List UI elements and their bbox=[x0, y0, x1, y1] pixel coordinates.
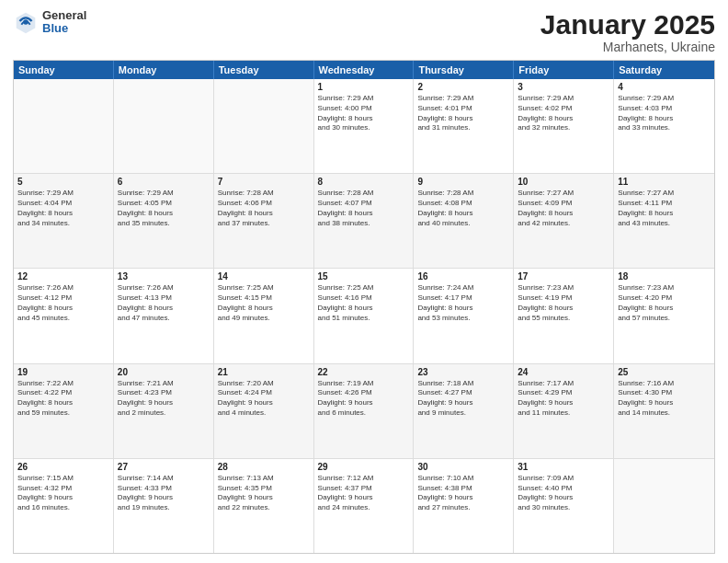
day-cell-22: 22Sunrise: 7:19 AM Sunset: 4:26 PM Dayli… bbox=[314, 364, 415, 458]
svg-point-1 bbox=[23, 19, 28, 25]
empty-cell bbox=[114, 79, 214, 173]
day-cell-30: 30Sunrise: 7:10 AM Sunset: 4:38 PM Dayli… bbox=[414, 459, 514, 553]
day-content: Sunrise: 7:10 AM Sunset: 4:38 PM Dayligh… bbox=[417, 474, 509, 513]
day-number: 22 bbox=[318, 367, 410, 377]
empty-cell bbox=[614, 459, 714, 553]
day-cell-13: 13Sunrise: 7:26 AM Sunset: 4:13 PM Dayli… bbox=[114, 269, 214, 362]
day-content: Sunrise: 7:20 AM Sunset: 4:24 PM Dayligh… bbox=[218, 379, 310, 419]
day-content: Sunrise: 7:29 AM Sunset: 4:05 PM Dayligh… bbox=[118, 189, 210, 228]
day-cell-12: 12Sunrise: 7:26 AM Sunset: 4:12 PM Dayli… bbox=[14, 269, 114, 362]
empty-cell bbox=[214, 79, 314, 173]
day-cell-21: 21Sunrise: 7:20 AM Sunset: 4:24 PM Dayli… bbox=[214, 364, 314, 458]
day-cell-2: 2Sunrise: 7:29 AM Sunset: 4:01 PM Daylig… bbox=[414, 79, 514, 173]
week-row-4: 19Sunrise: 7:22 AM Sunset: 4:22 PM Dayli… bbox=[14, 363, 714, 458]
day-number: 23 bbox=[417, 367, 509, 377]
empty-cell bbox=[14, 79, 114, 173]
day-cell-17: 17Sunrise: 7:23 AM Sunset: 4:19 PM Dayli… bbox=[514, 269, 614, 362]
day-number: 25 bbox=[618, 367, 711, 377]
day-number: 9 bbox=[417, 177, 509, 187]
day-content: Sunrise: 7:25 AM Sunset: 4:15 PM Dayligh… bbox=[218, 283, 310, 323]
day-cell-10: 10Sunrise: 7:27 AM Sunset: 4:09 PM Dayli… bbox=[514, 174, 614, 268]
location: Marhanets, Ukraine bbox=[540, 40, 715, 54]
day-cell-3: 3Sunrise: 7:29 AM Sunset: 4:02 PM Daylig… bbox=[514, 79, 614, 173]
day-content: Sunrise: 7:27 AM Sunset: 4:11 PM Dayligh… bbox=[618, 189, 711, 228]
day-content: Sunrise: 7:24 AM Sunset: 4:17 PM Dayligh… bbox=[417, 283, 509, 323]
day-number: 20 bbox=[118, 367, 210, 377]
day-cell-20: 20Sunrise: 7:21 AM Sunset: 4:23 PM Dayli… bbox=[114, 364, 214, 458]
day-number: 18 bbox=[618, 271, 711, 282]
day-content: Sunrise: 7:17 AM Sunset: 4:29 PM Dayligh… bbox=[518, 379, 609, 419]
day-number: 30 bbox=[417, 462, 509, 472]
day-header-sunday: Sunday bbox=[14, 61, 114, 79]
logo: General Blue bbox=[13, 9, 86, 36]
day-cell-6: 6Sunrise: 7:29 AM Sunset: 4:05 PM Daylig… bbox=[114, 174, 214, 268]
day-cell-29: 29Sunrise: 7:12 AM Sunset: 4:37 PM Dayli… bbox=[314, 459, 415, 553]
day-number: 1 bbox=[318, 82, 410, 92]
day-number: 15 bbox=[318, 271, 410, 282]
day-cell-5: 5Sunrise: 7:29 AM Sunset: 4:04 PM Daylig… bbox=[14, 174, 114, 268]
day-number: 28 bbox=[218, 462, 310, 472]
day-number: 10 bbox=[518, 177, 609, 187]
day-content: Sunrise: 7:29 AM Sunset: 4:03 PM Dayligh… bbox=[618, 94, 711, 133]
day-cell-23: 23Sunrise: 7:18 AM Sunset: 4:27 PM Dayli… bbox=[414, 364, 514, 458]
day-number: 4 bbox=[618, 82, 711, 92]
day-cell-24: 24Sunrise: 7:17 AM Sunset: 4:29 PM Dayli… bbox=[514, 364, 614, 458]
day-content: Sunrise: 7:09 AM Sunset: 4:40 PM Dayligh… bbox=[518, 474, 609, 513]
day-number: 21 bbox=[218, 367, 310, 377]
day-content: Sunrise: 7:22 AM Sunset: 4:22 PM Dayligh… bbox=[17, 379, 109, 419]
day-number: 12 bbox=[17, 271, 109, 282]
day-cell-4: 4Sunrise: 7:29 AM Sunset: 4:03 PM Daylig… bbox=[614, 79, 714, 173]
day-content: Sunrise: 7:23 AM Sunset: 4:20 PM Dayligh… bbox=[618, 283, 711, 323]
day-cell-9: 9Sunrise: 7:28 AM Sunset: 4:08 PM Daylig… bbox=[414, 174, 514, 268]
day-header-saturday: Saturday bbox=[614, 61, 714, 79]
day-number: 26 bbox=[17, 462, 109, 472]
day-content: Sunrise: 7:12 AM Sunset: 4:37 PM Dayligh… bbox=[318, 474, 410, 513]
logo-general-label: General bbox=[42, 9, 86, 22]
day-number: 17 bbox=[518, 271, 609, 282]
week-row-3: 12Sunrise: 7:26 AM Sunset: 4:12 PM Dayli… bbox=[14, 268, 714, 362]
day-number: 27 bbox=[118, 462, 210, 472]
day-number: 6 bbox=[118, 177, 210, 187]
day-content: Sunrise: 7:28 AM Sunset: 4:07 PM Dayligh… bbox=[318, 189, 410, 228]
day-number: 31 bbox=[518, 462, 609, 472]
day-header-thursday: Thursday bbox=[414, 61, 514, 79]
logo-blue-label: Blue bbox=[42, 22, 86, 35]
day-number: 14 bbox=[218, 271, 310, 282]
day-content: Sunrise: 7:29 AM Sunset: 4:02 PM Dayligh… bbox=[518, 94, 609, 133]
calendar: SundayMondayTuesdayWednesdayThursdayFrid… bbox=[13, 60, 715, 554]
day-number: 11 bbox=[618, 177, 711, 187]
day-number: 24 bbox=[518, 367, 609, 377]
week-row-2: 5Sunrise: 7:29 AM Sunset: 4:04 PM Daylig… bbox=[14, 173, 714, 268]
day-content: Sunrise: 7:29 AM Sunset: 4:04 PM Dayligh… bbox=[17, 189, 109, 228]
day-content: Sunrise: 7:23 AM Sunset: 4:19 PM Dayligh… bbox=[518, 283, 609, 323]
calendar-body: 1Sunrise: 7:29 AM Sunset: 4:00 PM Daylig… bbox=[14, 79, 714, 553]
day-cell-1: 1Sunrise: 7:29 AM Sunset: 4:00 PM Daylig… bbox=[314, 79, 415, 173]
day-content: Sunrise: 7:26 AM Sunset: 4:12 PM Dayligh… bbox=[17, 283, 109, 323]
day-content: Sunrise: 7:28 AM Sunset: 4:06 PM Dayligh… bbox=[218, 189, 310, 228]
day-number: 19 bbox=[17, 367, 109, 377]
day-content: Sunrise: 7:29 AM Sunset: 4:01 PM Dayligh… bbox=[417, 94, 509, 133]
day-content: Sunrise: 7:19 AM Sunset: 4:26 PM Dayligh… bbox=[318, 379, 410, 419]
day-cell-8: 8Sunrise: 7:28 AM Sunset: 4:07 PM Daylig… bbox=[314, 174, 415, 268]
day-cell-11: 11Sunrise: 7:27 AM Sunset: 4:11 PM Dayli… bbox=[614, 174, 714, 268]
day-number: 5 bbox=[17, 177, 109, 187]
day-header-wednesday: Wednesday bbox=[314, 61, 415, 79]
day-cell-26: 26Sunrise: 7:15 AM Sunset: 4:32 PM Dayli… bbox=[14, 459, 114, 553]
day-content: Sunrise: 7:13 AM Sunset: 4:35 PM Dayligh… bbox=[218, 474, 310, 513]
day-number: 16 bbox=[417, 271, 509, 282]
day-cell-25: 25Sunrise: 7:16 AM Sunset: 4:30 PM Dayli… bbox=[614, 364, 714, 458]
day-cell-16: 16Sunrise: 7:24 AM Sunset: 4:17 PM Dayli… bbox=[414, 269, 514, 362]
week-row-1: 1Sunrise: 7:29 AM Sunset: 4:00 PM Daylig… bbox=[14, 79, 714, 173]
week-row-5: 26Sunrise: 7:15 AM Sunset: 4:32 PM Dayli… bbox=[14, 458, 714, 553]
day-content: Sunrise: 7:28 AM Sunset: 4:08 PM Dayligh… bbox=[417, 189, 509, 228]
day-cell-18: 18Sunrise: 7:23 AM Sunset: 4:20 PM Dayli… bbox=[614, 269, 714, 362]
day-header-friday: Friday bbox=[514, 61, 614, 79]
day-content: Sunrise: 7:14 AM Sunset: 4:33 PM Dayligh… bbox=[118, 474, 210, 513]
title-block: January 2025 Marhanets, Ukraine bbox=[540, 9, 715, 54]
day-number: 13 bbox=[118, 271, 210, 282]
day-content: Sunrise: 7:21 AM Sunset: 4:23 PM Dayligh… bbox=[118, 379, 210, 419]
day-cell-15: 15Sunrise: 7:25 AM Sunset: 4:16 PM Dayli… bbox=[314, 269, 415, 362]
day-cell-27: 27Sunrise: 7:14 AM Sunset: 4:33 PM Dayli… bbox=[114, 459, 214, 553]
day-header-monday: Monday bbox=[114, 61, 214, 79]
logo-icon bbox=[13, 9, 39, 35]
